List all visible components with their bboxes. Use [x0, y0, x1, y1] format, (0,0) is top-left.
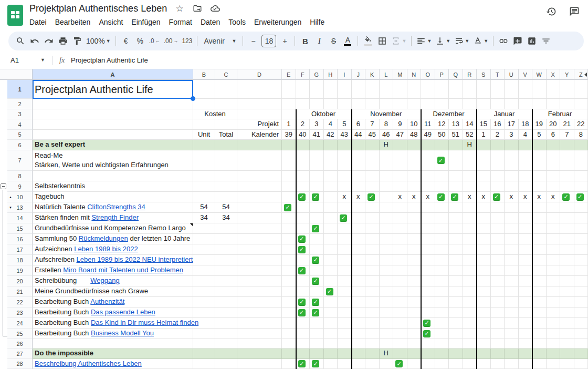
cell-Q19[interactable] [449, 265, 463, 276]
cell-L23[interactable] [380, 308, 394, 318]
cell-link[interactable]: Miro Board mit Talenten und Problemen [63, 266, 183, 274]
cell-H2[interactable] [324, 99, 338, 109]
cell-J3[interactable]: November [352, 109, 422, 119]
cell-W23[interactable] [532, 308, 547, 318]
cell-Q28[interactable] [449, 359, 463, 369]
cell-E2[interactable] [282, 99, 296, 109]
cell-H17[interactable] [324, 244, 338, 255]
cell-C15[interactable] [215, 223, 237, 234]
cell-T6[interactable] [491, 140, 505, 150]
cell-X13[interactable] [547, 202, 561, 213]
cell-B20[interactable] [193, 276, 215, 286]
cell-Y16[interactable] [560, 234, 574, 244]
cell-N28[interactable] [407, 359, 422, 369]
cell-C17[interactable] [215, 244, 237, 255]
cell-S17[interactable] [477, 244, 491, 255]
font-size-input[interactable]: 18 [261, 35, 276, 47]
cell-Y2[interactable] [560, 99, 574, 109]
cell-W7[interactable] [532, 150, 547, 171]
cell-I5[interactable]: 43 [338, 130, 352, 140]
cell-G5[interactable]: 41 [310, 130, 324, 140]
cell-H27[interactable] [324, 348, 338, 359]
cell-G6[interactable] [310, 140, 324, 150]
row-header-14[interactable]: 14 [7, 213, 33, 223]
cell-R6[interactable]: H [463, 140, 477, 150]
cell-link[interactable]: Rückmeldungen [79, 234, 128, 242]
cell-H22[interactable] [324, 297, 338, 308]
cell-P13[interactable] [435, 202, 449, 213]
cell-X8[interactable] [547, 171, 561, 181]
cell-Y21[interactable] [560, 286, 574, 297]
cell-V6[interactable] [519, 140, 533, 150]
cell-L28[interactable] [380, 359, 394, 369]
cell-A20[interactable]: SchreibübungWeggang [33, 276, 193, 286]
cell-W22[interactable] [532, 297, 547, 308]
cell-D13[interactable] [237, 202, 282, 213]
cell-N4[interactable]: 10 [407, 119, 422, 130]
cell-W19[interactable] [532, 265, 547, 276]
cell-J2[interactable] [352, 99, 366, 109]
cell-X1[interactable] [547, 80, 561, 99]
cell-L26[interactable] [380, 339, 394, 348]
cell-J19[interactable] [352, 265, 366, 276]
cell-U6[interactable] [505, 140, 519, 150]
cell-V10[interactable]: x [519, 192, 533, 202]
cell-X7[interactable] [547, 150, 561, 171]
cell-Q20[interactable] [449, 276, 463, 286]
cell-F2[interactable] [296, 99, 310, 109]
cell-Q2[interactable] [449, 99, 463, 109]
cell-K13[interactable] [365, 202, 380, 213]
cell-S19[interactable] [477, 265, 491, 276]
cell-Q10[interactable]: ✓ [449, 192, 463, 202]
cell-O8[interactable] [421, 171, 435, 181]
column-header-H[interactable]: H [324, 69, 338, 80]
cell-U8[interactable] [505, 171, 519, 181]
vertical-align-button[interactable]: ▼ [434, 34, 452, 48]
cell-N19[interactable] [407, 265, 422, 276]
cell-N23[interactable] [407, 308, 422, 318]
cell-L7[interactable] [380, 150, 394, 171]
cell-Z27[interactable] [574, 348, 588, 359]
cell-F18[interactable] [296, 255, 310, 265]
cell-Y25[interactable] [560, 329, 574, 339]
cell-R8[interactable] [463, 171, 477, 181]
hidden-columns-indicator-icon[interactable] [584, 73, 587, 77]
cell-M6[interactable] [393, 140, 407, 150]
cell-R27[interactable] [463, 348, 477, 359]
column-header-S[interactable]: S [477, 69, 491, 80]
cell-R17[interactable] [463, 244, 477, 255]
cell-B7[interactable] [193, 150, 215, 171]
cell-E18[interactable] [282, 255, 296, 265]
cell-I19[interactable] [338, 265, 352, 276]
cell-I7[interactable] [338, 150, 352, 171]
cell-S22[interactable] [477, 297, 491, 308]
cell-Q21[interactable] [449, 286, 463, 297]
cell-E28[interactable] [282, 359, 296, 369]
cell-K20[interactable] [365, 276, 380, 286]
cell-L17[interactable] [380, 244, 394, 255]
cell-F4[interactable]: 2 [296, 119, 310, 130]
row-header-26[interactable]: 26 [7, 339, 33, 348]
cell-I24[interactable] [338, 318, 352, 329]
cell-G8[interactable] [310, 171, 324, 181]
cell-S23[interactable] [477, 308, 491, 318]
cell-O9[interactable] [421, 181, 435, 192]
cell-J10[interactable]: x [352, 192, 366, 202]
cell-O19[interactable] [421, 265, 435, 276]
cell-Y27[interactable] [560, 348, 574, 359]
cell-M8[interactable] [393, 171, 407, 181]
cell-J1[interactable] [352, 80, 366, 99]
cell-O7[interactable] [421, 150, 435, 171]
cell-C20[interactable] [215, 276, 237, 286]
cell-F16[interactable]: ✓ [296, 234, 310, 244]
cell-O22[interactable] [421, 297, 435, 308]
hidden-rows-up-icon[interactable]: ▲ [9, 196, 12, 199]
cell-Y14[interactable] [560, 213, 574, 223]
cell-E22[interactable] [282, 297, 296, 308]
selection-fill-handle[interactable] [191, 96, 195, 101]
cell-F9[interactable] [296, 181, 310, 192]
cell-L5[interactable]: 46 [380, 130, 394, 140]
cell-X27[interactable] [547, 348, 561, 359]
cell-Q15[interactable] [449, 223, 463, 234]
row-header-25[interactable]: 25 [7, 329, 33, 339]
